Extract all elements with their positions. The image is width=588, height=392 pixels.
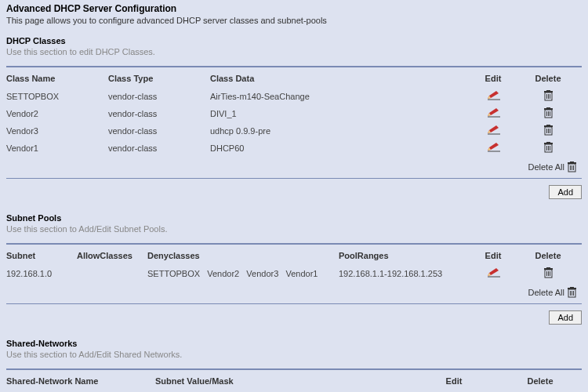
classes-section-help: Use this section to edit DHCP Classes. <box>6 45 582 61</box>
subnet-value: 192.168.1.0 <box>6 265 77 282</box>
divider <box>6 243 582 245</box>
svg-rect-56 <box>570 287 574 288</box>
add-button[interactable]: Add <box>549 310 582 325</box>
table-row: Vendor1vendor-classDHCP60 <box>6 140 582 157</box>
class-type: vendor-class <box>108 105 210 122</box>
col-header-delete: Delete <box>519 72 582 88</box>
svg-rect-41 <box>570 162 574 162</box>
trash-icon[interactable] <box>543 125 554 137</box>
svg-rect-55 <box>568 288 576 289</box>
class-type: vendor-class <box>108 122 210 140</box>
col-header-name: Class Name <box>6 72 108 88</box>
col-header-allow: AllowClasses <box>77 249 147 265</box>
trash-icon[interactable] <box>567 162 577 174</box>
trash-icon[interactable] <box>567 287 577 299</box>
class-data: AirTies-m140-SeaChange <box>210 88 472 105</box>
svg-rect-25 <box>544 125 553 127</box>
table-row: SETTOPBOXvendor-classAirTies-m140-SeaCha… <box>6 88 582 105</box>
svg-rect-16 <box>544 108 553 110</box>
page-subtitle: This page allows you to configure advanc… <box>0 16 588 31</box>
trash-icon[interactable] <box>543 107 554 120</box>
svg-rect-8 <box>546 90 550 91</box>
page-title: Advanced DHCP Server Configuration <box>0 0 588 16</box>
classes-section-title: DHCP Classes <box>6 36 582 45</box>
table-row: Vendor2vendor-classDIVI_1 <box>6 105 582 122</box>
svg-rect-26 <box>546 125 550 125</box>
class-data: udhcp 0.9.9-pre <box>210 122 472 140</box>
class-data: DIVI_1 <box>210 105 472 122</box>
class-type: vendor-class <box>108 140 210 157</box>
trash-icon[interactable] <box>543 267 554 280</box>
trash-icon[interactable] <box>543 90 554 103</box>
col-header-deny: Denyclasses <box>147 249 339 265</box>
class-type: vendor-class <box>108 88 210 105</box>
svg-rect-50 <box>546 267 550 268</box>
col-header-delete: Delete <box>503 375 582 390</box>
delete-all-label: Delete All <box>528 288 564 297</box>
svg-rect-49 <box>544 268 553 270</box>
pool-ranges: 192.168.1.1-192.168.1.253 <box>339 265 472 282</box>
pencil-icon[interactable] <box>486 268 500 279</box>
col-header-data: Class Data <box>210 72 472 88</box>
svg-rect-35 <box>546 142 550 143</box>
class-name: SETTOPBOX <box>6 88 108 105</box>
shared-table: Shared-Network Name Subnet Value/Mask Ed… <box>6 375 582 390</box>
svg-rect-34 <box>544 143 553 144</box>
class-name: Vendor2 <box>6 105 108 122</box>
add-button[interactable]: Add <box>549 185 582 199</box>
trash-icon[interactable] <box>543 142 554 154</box>
col-header-ranges: PoolRanges <box>339 249 472 265</box>
col-header-subnet: Subnet <box>6 249 77 265</box>
divider <box>6 368 582 370</box>
col-header-delete: Delete <box>519 249 582 265</box>
col-header-edit: Edit <box>472 249 519 265</box>
classes-table: Class Name Class Type Class Data Edit De… <box>6 72 582 176</box>
delete-all-label: Delete All <box>528 162 564 172</box>
pencil-icon[interactable] <box>486 108 500 119</box>
shared-section-title: Shared-Networks <box>6 339 582 348</box>
divider <box>6 66 582 67</box>
col-header-shared-name: Shared-Network Name <box>6 375 155 390</box>
pencil-icon[interactable] <box>486 91 500 102</box>
allow-classes <box>77 265 147 282</box>
deny-classes: SETTOPBOX Vendor2 Vendor3 Vendor1 <box>147 265 339 282</box>
col-header-type: Class Type <box>108 72 210 88</box>
svg-rect-7 <box>544 91 553 93</box>
col-header-edit: Edit <box>409 375 503 390</box>
subnet-section-title: Subnet Pools <box>6 213 582 223</box>
subnet-table: Subnet AllowClasses Denyclasses PoolRang… <box>6 249 582 302</box>
col-header-edit: Edit <box>472 72 519 88</box>
svg-rect-40 <box>568 162 576 164</box>
col-header-subnet-mask: Subnet Value/Mask <box>155 375 409 390</box>
class-data: DHCP60 <box>210 140 472 157</box>
class-name: Vendor1 <box>6 140 108 157</box>
table-row: 192.168.1.0SETTOPBOX Vendor2 Vendor3 Ven… <box>6 265 582 282</box>
pencil-icon[interactable] <box>486 125 500 136</box>
shared-section-help: Use this section to Add/Edit Shared Netw… <box>6 348 582 364</box>
class-name: Vendor3 <box>6 122 108 140</box>
subnet-section-help: Use this section to Add/Edit Subnet Pool… <box>6 223 582 238</box>
svg-rect-17 <box>546 107 550 108</box>
table-row: Vendor3vendor-classudhcp 0.9.9-pre <box>6 122 582 140</box>
pencil-icon[interactable] <box>486 143 500 154</box>
